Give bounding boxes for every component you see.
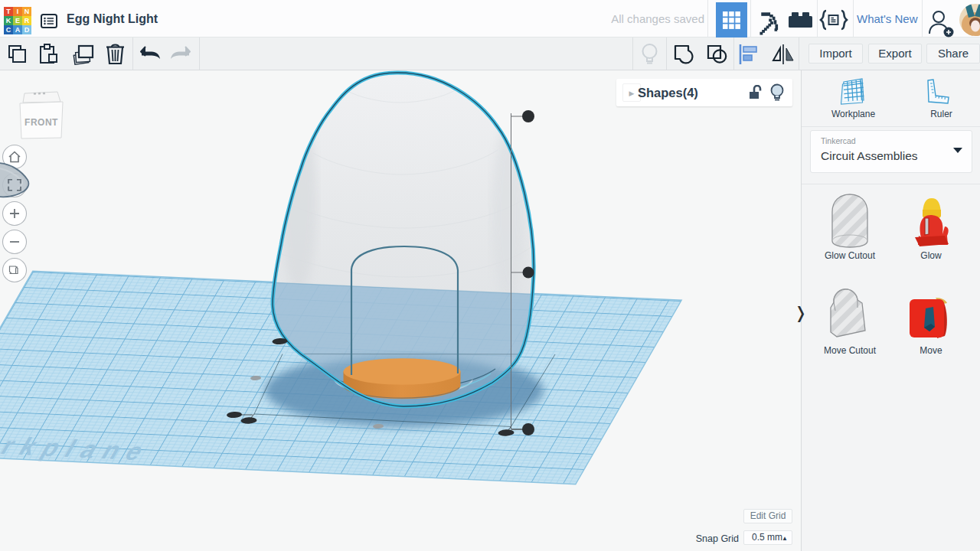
svg-text:FRONT: FRONT [24,117,58,128]
svg-text:Glow Cutout: Glow Cutout [825,250,876,261]
svg-text:Move: Move [920,345,942,356]
svg-text:Move Cutout: Move Cutout [824,345,877,356]
svg-text:Glow: Glow [920,250,942,261]
